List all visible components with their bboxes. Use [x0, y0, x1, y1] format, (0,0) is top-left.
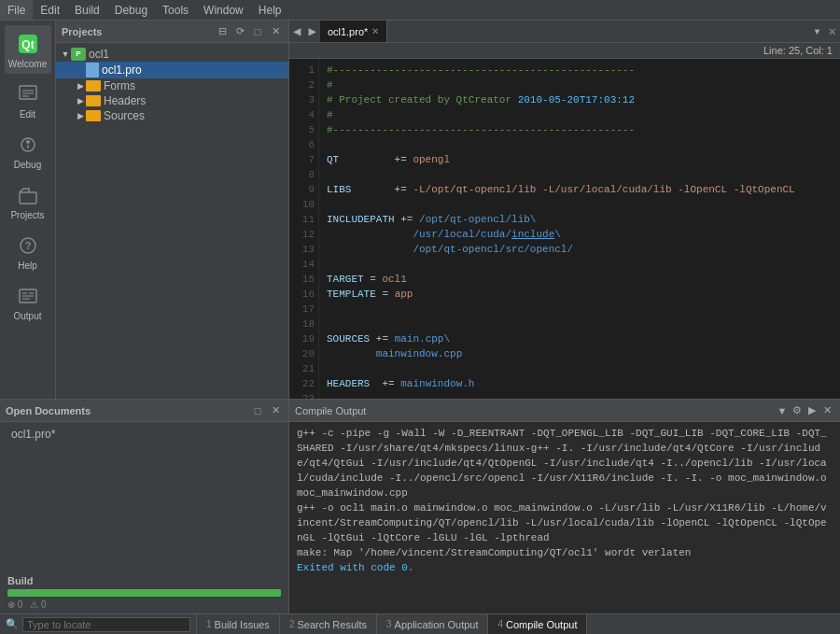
projects-panel-title: Projects: [62, 26, 102, 37]
ln-2: 2: [289, 77, 315, 92]
folder-icon-forms: [86, 80, 101, 92]
menu-debug[interactable]: Debug: [107, 0, 155, 20]
code-line-13: /opt/qt-opencl/src/opencl/: [327, 244, 573, 255]
code-line-20: mainwindow.cpp: [327, 348, 462, 359]
projects-expand-icon[interactable]: □: [250, 24, 265, 39]
tab-application-output[interactable]: 3 Application Output: [377, 614, 488, 634]
code-line-15: TARGET = ocl1: [327, 274, 407, 285]
code-content[interactable]: #---------------------------------------…: [319, 59, 840, 399]
code-line-5: #---------------------------------------…: [327, 124, 635, 135]
code-line-2: #: [327, 79, 333, 91]
editor-tab-close[interactable]: ✕: [371, 26, 379, 36]
project-icon-ocl1: P: [71, 48, 86, 61]
sidebar-btn-output[interactable]: Output: [5, 277, 51, 326]
sidebar-btn-welcome[interactable]: Qt Welcome: [5, 25, 51, 74]
ln-11: 11: [289, 212, 315, 227]
ln-6: 6: [289, 137, 315, 152]
tree-item-ocl1[interactable]: ▼ P ocl1: [56, 47, 288, 62]
tab-label-build-issues: Build Issues: [215, 619, 270, 630]
compile-exit-line: Exited with code 0.: [297, 560, 833, 575]
svg-text:Qt: Qt: [21, 38, 34, 51]
tree-item-forms[interactable]: ▶ Forms: [56, 78, 288, 93]
compile-line-2: g++ -o ocl1 main.o mainwindow.o moc_main…: [297, 500, 833, 545]
sidebar-btn-debug[interactable]: Debug: [5, 126, 51, 175]
code-line-7: QT += opengl: [327, 154, 450, 165]
tree-arrow-headers: ▶: [75, 96, 86, 106]
open-docs-close-icon[interactable]: ✕: [268, 403, 283, 418]
ln-14: 14: [289, 257, 315, 272]
menu-window[interactable]: Window: [196, 0, 251, 20]
top-area: Qt Welcome Edit: [0, 21, 840, 399]
sidebar-label-welcome: Welcome: [8, 59, 48, 69]
svg-point-7: [26, 140, 30, 144]
tab-num-1: 1: [206, 619, 212, 629]
ln-19: 19: [289, 331, 315, 346]
tab-num-2: 2: [289, 619, 295, 629]
search-icon: 🔍: [6, 618, 19, 630]
compile-output-title: Compile Output: [295, 405, 366, 416]
tab-label-search-results: Search Results: [297, 619, 367, 630]
compile-output-header: Compile Output ▼ ⚙ ▶ ✕: [289, 400, 840, 422]
editor-tabs: ◀ ▶ ocl1.pro* ✕ ▾ ✕: [289, 21, 840, 43]
editor-tab-label: ocl1.pro*: [328, 26, 368, 37]
menu-build[interactable]: Build: [67, 0, 107, 20]
build-warning-count: ⚠ 0: [30, 599, 46, 610]
menu-tools[interactable]: Tools: [155, 0, 196, 20]
editor-close-all[interactable]: ✕: [825, 23, 840, 39]
tab-num-3: 3: [386, 619, 392, 629]
build-status: Build ⊗ 0 ⚠ 0: [0, 571, 288, 613]
qt-icon: Qt: [15, 31, 41, 57]
build-progress-fill: [7, 589, 281, 597]
help-icon: ?: [15, 232, 41, 259]
editor-nav-left[interactable]: ◀: [289, 23, 304, 39]
locate-input[interactable]: [22, 617, 190, 632]
editor-nav-right[interactable]: ▶: [304, 23, 319, 39]
projects-close-icon[interactable]: ✕: [268, 24, 283, 39]
compile-config-icon[interactable]: ⚙: [790, 403, 805, 418]
sidebar-btn-projects[interactable]: Projects: [5, 176, 51, 225]
projects-panel-header: Projects ⊟ ⟳ □ ✕: [56, 21, 288, 43]
ln-15: 15: [289, 272, 315, 287]
open-docs-list: ocl1.pro*: [0, 422, 288, 446]
compile-next-icon[interactable]: ▶: [805, 403, 819, 418]
tab-search-results[interactable]: 2 Search Results: [280, 614, 377, 634]
debug-icon: [15, 132, 41, 158]
tab-build-issues[interactable]: 1 Build Issues: [197, 614, 280, 634]
build-counts: ⊗ 0 ⚠ 0: [7, 599, 281, 610]
sidebar-btn-edit[interactable]: Edit: [5, 76, 51, 124]
projects-filter-icon[interactable]: ⊟: [215, 24, 230, 39]
menu-file[interactable]: File: [0, 0, 33, 20]
tab-num-4: 4: [497, 619, 503, 629]
compile-line-3: make: Map '/home/vincent/StreamComputing…: [297, 545, 833, 560]
editor-tab-dropdown[interactable]: ▾: [809, 23, 824, 39]
tree-item-sources[interactable]: ▶ Sources: [56, 108, 288, 123]
ln-1: 1: [289, 63, 315, 77]
open-docs-header: Open Documents □ ✕: [0, 400, 288, 422]
tree-item-ocl1pro[interactable]: ocl1.pro: [56, 62, 288, 78]
build-label: Build: [7, 575, 34, 586]
locate-bar: 🔍: [0, 614, 197, 635]
editor-content[interactable]: 1 2 3 4 5 6 7 8 9 10 11 12 13 14 15 16 1: [289, 59, 840, 399]
tree-arrow-ocl1pro: [75, 65, 86, 75]
open-docs-expand-icon[interactable]: □: [250, 403, 265, 418]
compile-prev-icon[interactable]: ▼: [775, 403, 790, 418]
menu-help[interactable]: Help: [251, 0, 289, 20]
open-doc-ocl1pro[interactable]: ocl1.pro*: [7, 426, 281, 443]
build-progress-bar: [7, 589, 281, 597]
tree-item-headers[interactable]: ▶ Headers: [56, 93, 288, 108]
compile-close-icon[interactable]: ✕: [819, 403, 834, 418]
bottom-tabbar: 🔍 1 Build Issues 2 Search Results 3 Appl…: [0, 613, 840, 634]
compile-output-content: g++ -c -pipe -g -Wall -W -D_REENTRANT -D…: [289, 422, 840, 613]
projects-sync-icon[interactable]: ⟳: [232, 24, 247, 39]
editor-status-bar: Line: 25, Col: 1: [289, 43, 840, 59]
menu-edit[interactable]: Edit: [33, 0, 67, 20]
code-line-4: #: [327, 109, 333, 120]
output-icon: [15, 283, 41, 309]
sidebar-btn-help[interactable]: ? Help: [5, 227, 51, 275]
open-docs-spacer: [0, 446, 288, 571]
main-layout: Qt Welcome Edit: [0, 21, 840, 634]
tab-compile-output[interactable]: 4 Compile Output: [488, 614, 587, 634]
editor-tab-ocl1pro[interactable]: ocl1.pro* ✕: [320, 21, 387, 42]
ln-7: 7: [289, 152, 315, 167]
sidebar-label-output: Output: [13, 311, 41, 321]
